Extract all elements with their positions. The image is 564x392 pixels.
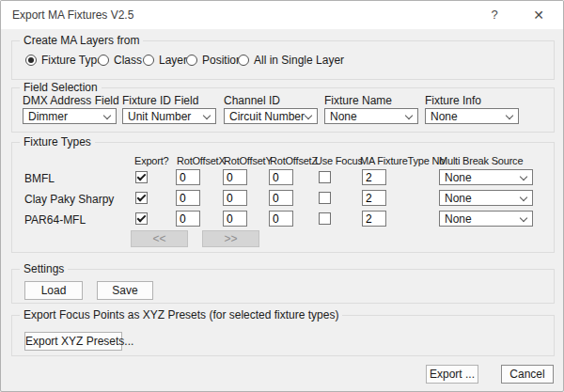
fixture-name-label: BMFL xyxy=(24,172,55,185)
radio-icon xyxy=(98,55,109,66)
export-button[interactable]: Export ... xyxy=(426,365,478,384)
next-page-button[interactable]: >> xyxy=(202,230,259,247)
radio-position[interactable]: Position xyxy=(186,54,243,67)
rotoffsetx-input[interactable] xyxy=(176,190,200,206)
col-header-rotoffsety: RotOffsetY xyxy=(224,155,273,166)
prev-page-button[interactable]: << xyxy=(131,230,188,247)
rotoffsety-input[interactable] xyxy=(223,169,247,185)
channel-id-label: Channel ID xyxy=(224,94,280,107)
chevron-down-icon xyxy=(520,194,527,201)
radio-icon xyxy=(143,55,154,66)
ma-fixturetype-no-input[interactable] xyxy=(362,211,386,227)
use-focus-checkbox[interactable] xyxy=(319,212,331,225)
col-header-ma-fixturetype-no: MA FixtureType No xyxy=(360,155,445,166)
radio-layer[interactable]: Layer xyxy=(143,54,187,67)
title-bar: Export MA Fixtures V2.5 ? ✕ xyxy=(1,1,563,29)
combo-value: Dimmer xyxy=(28,110,68,123)
fixture-info-select[interactable]: None xyxy=(425,108,519,124)
chevron-down-icon xyxy=(103,112,111,119)
radio-label: Position xyxy=(202,54,243,67)
group-title: Create MA Layers from xyxy=(20,34,143,47)
group-title: Settings xyxy=(20,262,68,275)
fixture-name-label: PAR64-MFL xyxy=(24,213,86,227)
fixture-types-group: Fixture Types Export? RotOffsetX RotOffs… xyxy=(11,142,555,253)
radio-fixture-type[interactable]: Fixture Type xyxy=(25,54,103,67)
col-header-multi-break-source: Multi Break Source xyxy=(439,155,523,166)
combo-value: None xyxy=(445,171,472,184)
export-checkbox[interactable] xyxy=(135,212,148,225)
window-title: Export MA Fixtures V2.5 xyxy=(12,8,133,22)
col-header-export: Export? xyxy=(134,155,169,166)
rotoffsety-input[interactable] xyxy=(223,211,247,227)
export-checkbox[interactable] xyxy=(135,171,148,183)
radio-icon xyxy=(238,55,249,66)
rotoffsetx-input[interactable] xyxy=(176,211,200,227)
fixture-name-select[interactable]: None xyxy=(324,108,418,124)
multi-break-source-select[interactable]: None xyxy=(439,211,533,227)
use-focus-checkbox[interactable] xyxy=(319,192,331,204)
rotoffsetz-input[interactable] xyxy=(269,211,293,227)
fixture-name-label: Fixture Name xyxy=(324,94,392,107)
radio-label: Class xyxy=(114,54,142,67)
field-selection-group: Field Selection DMX Address Field Fixtur… xyxy=(11,87,555,133)
settings-group: Settings Load Save xyxy=(11,269,555,304)
create-ma-layers-group: Create MA Layers from Fixture Type Class… xyxy=(11,40,555,80)
chevron-down-icon xyxy=(203,112,211,119)
rotoffsetz-input[interactable] xyxy=(269,169,293,185)
fixture-name-label: Clay Paky Sharpy xyxy=(24,193,114,206)
combo-value: None xyxy=(431,110,458,123)
combo-value: Circuit Number xyxy=(229,110,305,123)
combo-value: None xyxy=(330,110,357,123)
multi-break-source-select[interactable]: None xyxy=(439,169,533,185)
radio-label: Layer xyxy=(159,54,187,67)
col-header-rotoffsetz: RotOffsetZ xyxy=(270,155,318,166)
chevron-down-icon xyxy=(506,112,513,119)
fixture-id-field-label: Fixture ID Field xyxy=(122,94,198,107)
radio-label: Fixture Type xyxy=(41,54,103,67)
rotoffsetx-input[interactable] xyxy=(176,169,200,185)
fixture-info-label: Fixture Info xyxy=(425,94,481,107)
rotoffsety-input[interactable] xyxy=(223,190,247,206)
radio-class[interactable]: Class xyxy=(98,54,142,67)
combo-value: None xyxy=(445,192,472,205)
save-button[interactable]: Save xyxy=(97,281,153,300)
chevron-down-icon xyxy=(305,112,312,119)
col-header-use-focus: Use Focus xyxy=(315,155,363,166)
channel-id-select[interactable]: Circuit Number xyxy=(224,108,318,124)
fixture-id-field-select[interactable]: Unit Number xyxy=(122,108,216,124)
load-button[interactable]: Load xyxy=(24,281,83,300)
cancel-button[interactable]: Cancel xyxy=(501,365,554,384)
chevron-down-icon xyxy=(520,173,527,180)
radio-icon xyxy=(25,55,37,66)
group-title: Field Selection xyxy=(20,81,102,94)
ma-fixturetype-no-input[interactable] xyxy=(362,190,386,206)
chevron-down-icon xyxy=(405,112,413,119)
export-checkbox[interactable] xyxy=(135,192,148,204)
radio-icon xyxy=(186,55,197,66)
use-focus-checkbox[interactable] xyxy=(319,171,331,183)
export-ma-fixtures-dialog: Export MA Fixtures V2.5 ? ✕ Create MA La… xyxy=(0,0,564,392)
combo-value: Unit Number xyxy=(128,110,191,123)
radio-all-in-single-layer[interactable]: All in Single Layer xyxy=(238,54,344,67)
radio-label: All in Single Layer xyxy=(254,54,344,67)
dmx-address-field-label: DMX Address Field xyxy=(23,94,119,107)
dmx-address-field-select[interactable]: Dimmer xyxy=(23,108,117,124)
chevron-down-icon xyxy=(520,214,527,222)
ma-fixturetype-no-input[interactable] xyxy=(362,169,386,185)
close-button[interactable]: ✕ xyxy=(520,1,557,29)
col-header-rotoffsetx: RotOffsetX xyxy=(177,155,226,166)
export-focus-points-group: Export Focus Points as XYZ Presets (for … xyxy=(11,315,555,356)
export-xyz-presets-button[interactable]: Export XYZ Presets... xyxy=(24,332,122,351)
group-title: Export Focus Points as XYZ Presets (for … xyxy=(20,308,342,321)
multi-break-source-select[interactable]: None xyxy=(439,190,533,206)
group-title: Fixture Types xyxy=(20,135,95,149)
combo-value: None xyxy=(445,212,472,226)
help-button[interactable]: ? xyxy=(476,1,513,29)
rotoffsetz-input[interactable] xyxy=(269,190,293,206)
